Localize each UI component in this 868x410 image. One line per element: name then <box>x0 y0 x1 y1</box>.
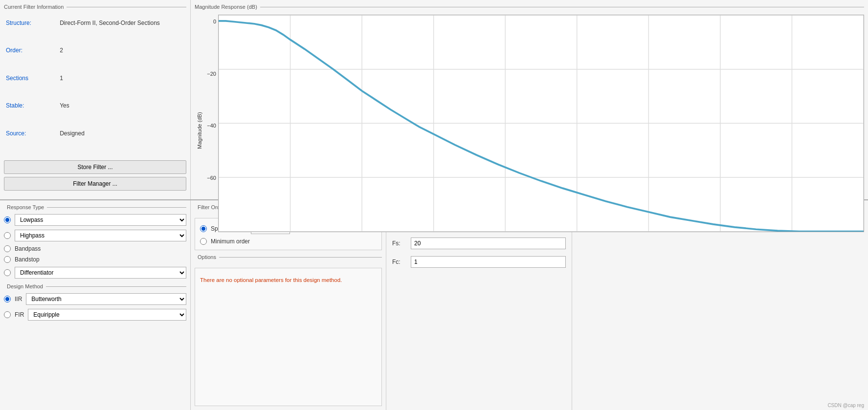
bandpass-row: Bandpass <box>4 245 186 252</box>
lowpass-select[interactable]: Lowpass <box>15 214 186 226</box>
structure-value: Direct-Form II, Second-Order Sections <box>60 20 184 45</box>
minimum-order-label: Minimum order <box>211 238 250 245</box>
iir-method-select[interactable]: Butterworth <box>26 293 186 305</box>
chart-plot <box>218 15 864 232</box>
differentiator-row: Differentiator <box>4 267 186 279</box>
fir-label: FIR <box>15 311 24 318</box>
y-tick-2: −40 <box>202 123 216 129</box>
filter-info-panel: Current Filter Information Structure: Di… <box>0 0 191 199</box>
y-tick-1: −20 <box>202 71 216 77</box>
fir-row: FIR Equiripple <box>4 309 186 321</box>
magnitude-title: Magnitude Response (dB) <box>195 4 864 10</box>
watermark: CSDN @cap reg <box>827 403 864 408</box>
bandstop-row: Bandstop <box>4 256 186 263</box>
minimum-order-row: Minimum order <box>200 238 377 245</box>
bandstop-radio[interactable] <box>4 256 11 263</box>
response-type-title: Response Type <box>4 204 47 210</box>
design-method-section: Design Method IIR Butterworth FIR Equiri… <box>4 283 186 321</box>
stable-label: Stable: <box>6 102 56 128</box>
bandpass-radio[interactable] <box>4 245 11 252</box>
chart-area: Magnitude (dB) 0 −20 −40 −60 −80 <box>195 15 864 247</box>
filter-info-title: Current Filter Information <box>4 4 186 10</box>
chart-plot-area: 0 1 2 3 4 5 6 7 8 9 Frequency (Hz) <box>218 15 864 247</box>
fc-row: Fc: <box>392 256 566 268</box>
y-tick-0: 0 <box>202 19 216 24</box>
response-type-panel: Response Type Lowpass Highpass Bandpass … <box>0 200 191 410</box>
options-box: There are no optional parameters for thi… <box>195 268 382 406</box>
differentiator-select[interactable]: Differentiator <box>15 267 186 279</box>
design-method-title-line: Design Method <box>4 283 186 289</box>
store-filter-button[interactable]: Store Filter ... <box>4 160 186 174</box>
fs-row: Fs: <box>392 237 566 249</box>
iir-label: IIR <box>15 296 22 302</box>
fs-label: Fs: <box>392 240 407 247</box>
options-title: Options <box>195 254 219 260</box>
lowpass-row: Lowpass <box>4 214 186 226</box>
filter-buttons: Store Filter ... Filter Manager ... <box>4 160 186 195</box>
options-text: There are no optional parameters for thi… <box>200 273 377 287</box>
sections-label: Sections <box>6 75 56 100</box>
highpass-select[interactable]: Highpass <box>15 230 186 241</box>
response-type-title-line: Response Type <box>4 204 186 210</box>
filter-info-grid: Structure: Direct-Form II, Second-Order … <box>4 15 186 160</box>
bandpass-label: Bandpass <box>15 245 41 252</box>
y-tick-3: −60 <box>202 175 216 181</box>
fc-label: Fc: <box>392 259 407 265</box>
sections-value: 1 <box>60 75 184 100</box>
structure-label: Structure: <box>6 20 56 45</box>
fc-input[interactable] <box>411 256 566 268</box>
fir-method-select[interactable]: Equiripple <box>28 309 186 321</box>
source-value: Designed <box>60 130 184 155</box>
iir-row: IIR Butterworth <box>4 293 186 305</box>
source-label: Source: <box>6 130 56 155</box>
order-label: Order: <box>6 47 56 72</box>
design-method-title: Design Method <box>4 283 46 289</box>
highpass-row: Highpass <box>4 230 186 241</box>
lowpass-radio[interactable] <box>4 216 11 223</box>
order-value: 2 <box>60 47 184 72</box>
chart-svg <box>219 15 864 232</box>
stable-value: Yes <box>60 102 184 128</box>
y-axis-label: Magnitude (dB) <box>195 15 202 247</box>
iir-radio[interactable] <box>4 296 11 302</box>
filter-manager-button[interactable]: Filter Manager ... <box>4 177 186 191</box>
options-title-line: Options <box>195 254 382 260</box>
magnitude-panel: Magnitude Response (dB) Magnitude (dB) 0… <box>191 0 868 199</box>
bandstop-label: Bandstop <box>15 256 40 263</box>
fs-input[interactable] <box>411 237 566 249</box>
fir-radio[interactable] <box>4 311 11 318</box>
highpass-radio[interactable] <box>4 232 11 239</box>
differentiator-radio[interactable] <box>4 269 11 276</box>
